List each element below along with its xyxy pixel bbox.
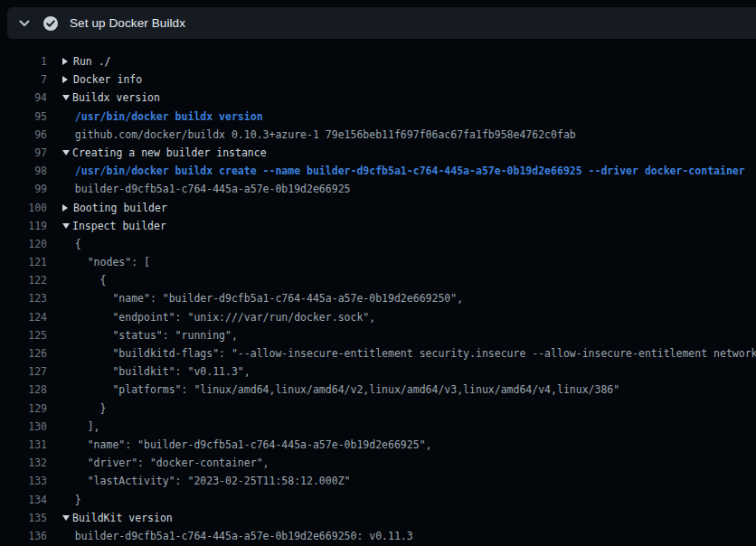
collapse-arrow-icon[interactable] (62, 95, 70, 100)
log-line: 126 "buildkitd-flags": "--allow-insecure… (0, 344, 756, 362)
log-line: 99 builder-d9cfb5a1-c764-445a-a57e-0b19d… (0, 180, 756, 198)
expand-arrow-icon[interactable] (62, 58, 68, 65)
log-line: 94Buildx version (0, 89, 756, 107)
line-number-link[interactable]: 131 (0, 436, 47, 454)
line-number-link[interactable]: 130 (0, 418, 47, 436)
log-line: 7Docker info (0, 71, 756, 89)
line-number-link[interactable]: 125 (0, 326, 47, 344)
line-number-link[interactable]: 128 (0, 381, 47, 399)
line-number-link[interactable]: 126 (0, 344, 47, 362)
log-text: "buildkit": "v0.11.3", (47, 362, 250, 381)
log-line: 119Inspect builder (0, 217, 756, 235)
line-number-link[interactable]: 119 (0, 217, 47, 235)
log-line: 96 github.com/docker/buildx 0.10.3+azure… (0, 126, 756, 144)
line-number-link[interactable]: 98 (0, 162, 47, 180)
log-text: "name": "builder-d9cfb5a1-c764-445a-a57e… (47, 289, 463, 307)
step-header[interactable]: Set up Docker Buildx (7, 7, 756, 39)
step-title: Set up Docker Buildx (70, 16, 185, 30)
line-number-link[interactable]: 97 (0, 144, 47, 162)
expand-arrow-icon[interactable] (62, 76, 68, 83)
log-line: 132 "driver": "docker-container", (0, 454, 756, 472)
log-line: 130 ], (0, 418, 756, 436)
log-line: 95 /usr/bin/docker buildx version (0, 108, 756, 126)
log-line: 100Booting builder (0, 199, 756, 217)
log-line: 123 "name": "builder-d9cfb5a1-c764-445a-… (0, 289, 756, 307)
log-text: "platforms": "linux/amd64,linux/amd64/v2… (47, 381, 619, 399)
log-text: /usr/bin/docker buildx create --name bui… (47, 162, 745, 180)
line-number-link[interactable]: 94 (0, 89, 47, 107)
log-text: } (47, 491, 81, 509)
line-number-link[interactable]: 123 (0, 289, 47, 307)
log-text: "nodes": [ (47, 253, 150, 271)
line-number-link[interactable]: 129 (0, 400, 47, 418)
log-text: github.com/docker/buildx 0.10.3+azure-1 … (47, 126, 576, 144)
log-text: builder-d9cfb5a1-c764-445a-a57e-0b19d2e6… (47, 180, 351, 198)
group-header[interactable]: Docker info (47, 71, 142, 89)
group-header[interactable]: BuildKit version (47, 509, 173, 527)
line-number-link[interactable]: 136 (0, 527, 47, 545)
line-number-link[interactable]: 135 (0, 509, 47, 527)
line-number-link[interactable]: 121 (0, 253, 47, 271)
line-number-link[interactable]: 1 (0, 52, 47, 71)
line-number-link[interactable]: 100 (0, 199, 47, 217)
log-text: ], (47, 418, 100, 436)
log-text: builder-d9cfb5a1-c764-445a-a57e-0b19d2e6… (47, 527, 413, 545)
line-number-link[interactable]: 133 (0, 472, 47, 490)
line-number-link[interactable]: 120 (0, 235, 47, 253)
log-line: 127 "buildkit": "v0.11.3", (0, 362, 756, 381)
log-text: } (47, 400, 106, 418)
group-header[interactable]: Inspect builder (47, 217, 166, 235)
log-line: 121 "nodes": [ (0, 253, 756, 271)
log-line: 135BuildKit version (0, 509, 756, 527)
log-text: "name": "builder-d9cfb5a1-c764-445a-a57e… (47, 436, 432, 454)
log-text: "status": "running", (47, 326, 238, 344)
log-line: 129 } (0, 400, 756, 418)
log-line: 134 } (0, 491, 756, 509)
log-line: 136 builder-d9cfb5a1-c764-445a-a57e-0b19… (0, 527, 756, 545)
log-line: 97Creating a new builder instance (0, 144, 756, 162)
log-text: "buildkitd-flags": "--allow-insecure-ent… (47, 344, 756, 362)
chevron-down-icon[interactable] (19, 20, 30, 27)
group-header[interactable]: Booting builder (47, 199, 167, 217)
log-line: 128 "platforms": "linux/amd64,linux/amd6… (0, 381, 756, 399)
log-line: 133 "lastActivity": "2023-02-25T11:58:12… (0, 472, 756, 490)
log-text: "endpoint": "unix:///var/run/docker.sock… (47, 308, 375, 326)
line-number-link[interactable]: 122 (0, 271, 47, 289)
log-text: { (47, 271, 106, 289)
log-line: 1Run ./ (0, 52, 756, 71)
line-number-link[interactable]: 132 (0, 454, 47, 472)
log-line: 122 { (0, 271, 756, 289)
log-line: 124 "endpoint": "unix:///var/run/docker.… (0, 308, 756, 326)
collapse-arrow-icon[interactable] (62, 150, 70, 155)
group-header[interactable]: Buildx version (47, 89, 160, 107)
log-text: /usr/bin/docker buildx version (47, 108, 263, 126)
line-number-link[interactable]: 99 (0, 180, 47, 198)
line-number-link[interactable]: 134 (0, 491, 47, 509)
expand-arrow-icon[interactable] (62, 204, 68, 212)
check-circle-icon (43, 15, 59, 32)
log-line: 120 { (0, 235, 756, 253)
line-number-link[interactable]: 7 (0, 71, 47, 89)
log-line: 131 "name": "builder-d9cfb5a1-c764-445a-… (0, 436, 756, 454)
log-line: 125 "status": "running", (0, 326, 756, 344)
log-lines: 1Run ./7Docker info94Buildx version95 /u… (0, 52, 756, 545)
line-number-link[interactable]: 127 (0, 362, 47, 381)
group-header[interactable]: Run ./ (47, 52, 111, 71)
log-text: "lastActivity": "2023-02-25T11:58:12.000… (47, 472, 351, 490)
line-number-link[interactable]: 95 (0, 108, 47, 126)
line-number-link[interactable]: 96 (0, 126, 47, 144)
log-line: 98 /usr/bin/docker buildx create --name … (0, 162, 756, 180)
line-number-link[interactable]: 124 (0, 308, 47, 326)
log-text: "driver": "docker-container", (47, 454, 269, 472)
collapse-arrow-icon[interactable] (62, 515, 70, 521)
group-header[interactable]: Creating a new builder instance (47, 144, 267, 162)
log-text: { (47, 235, 81, 253)
collapse-arrow-icon[interactable] (62, 223, 70, 229)
